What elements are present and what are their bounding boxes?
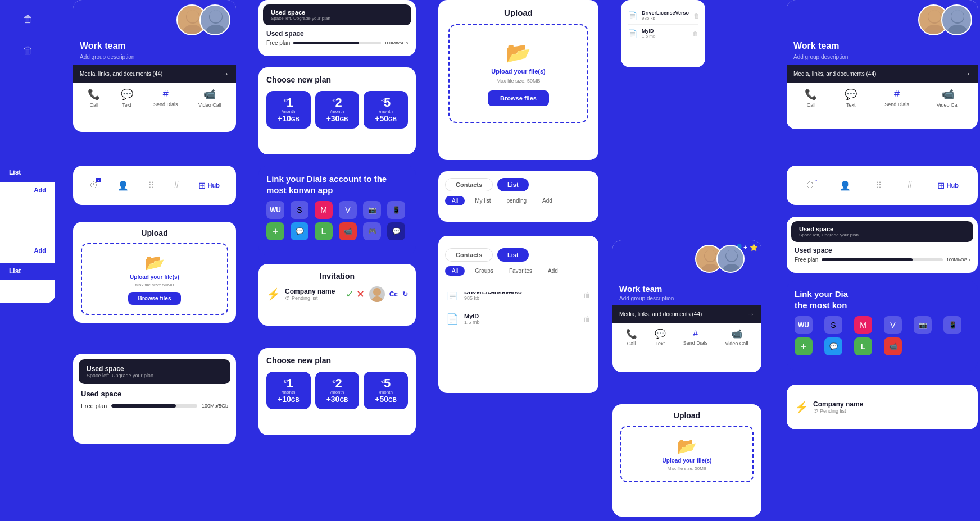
list-add-btn-2[interactable]: Add (34, 247, 46, 254)
action-vid-fr[interactable]: 📹 Video Call (937, 88, 960, 108)
nav-hub-fr[interactable]: ⊞ Hub (937, 180, 959, 191)
nav-apps[interactable]: ⠿ (148, 180, 155, 191)
x-icon[interactable]: ✕ (356, 288, 365, 300)
upload-dropzone-brc[interactable]: 📂 Upload your file(s) Max file size: 50M… (620, 426, 754, 482)
nav-history[interactable]: ⏱ • (89, 180, 98, 190)
app-s-fr[interactable]: S (824, 316, 842, 334)
small-file-size-1: 985 kb (642, 16, 689, 21)
work-team-card-topleft: Work team Add group description Media, l… (73, 0, 236, 132)
app-wu-fr[interactable]: WU (795, 316, 813, 334)
pending-status: ⏱ Pending list (285, 295, 341, 301)
nav-person[interactable]: 👤 (117, 180, 129, 191)
nav-hub[interactable]: ⊞ Hub (198, 180, 220, 191)
nav-apps-fr[interactable]: ⠿ (875, 180, 882, 191)
star-icon[interactable]: ⭐ (750, 244, 758, 252)
app-v[interactable]: V (339, 201, 357, 219)
used-space-header-left: Used space Space left, Upgrade your plan (79, 359, 230, 384)
nav-hash[interactable]: # (174, 180, 179, 190)
app-plus-fr[interactable]: + (795, 337, 813, 355)
action-text[interactable]: 💬 Text (121, 88, 133, 108)
list-nav-add-btn[interactable]: Add (34, 186, 46, 193)
plan-opt-2[interactable]: € 2 /month +30GB (315, 91, 360, 129)
app-wu[interactable]: WU (266, 201, 284, 219)
app-extra[interactable]: 💬 (387, 222, 405, 240)
nav-history-fr[interactable]: ⏱ • (806, 180, 815, 190)
plan-cb-price-2: € 2 (332, 377, 342, 390)
filter-all-2[interactable]: All (445, 266, 465, 276)
plan-cb-3[interactable]: € 5 /month +50GB (364, 372, 408, 409)
upload-dropzone-left[interactable]: 📂 Upload your file(s) Max file size: 50M… (81, 243, 228, 315)
text-label-fr: Text (846, 102, 856, 108)
action-text-cr[interactable]: 💬 Text (655, 328, 666, 346)
app-m-fr[interactable]: M (854, 316, 872, 334)
wt-header-cr: 👤+ ⭐ Work team Add group description (612, 240, 761, 305)
plan-opt-3[interactable]: € 5 /month +50GB (364, 91, 408, 129)
filter-groups-2[interactable]: Groups (469, 266, 499, 276)
nav-hash-fr[interactable]: # (907, 180, 912, 190)
app-msg-fr[interactable]: 💬 (824, 337, 842, 355)
filter-add-2[interactable]: Add (542, 266, 564, 276)
filter-all-1[interactable]: All (445, 196, 465, 205)
wt-title-text-cr: Work team (619, 284, 662, 294)
share-icon[interactable]: ↻ (402, 290, 408, 298)
media-bar-fr[interactable]: Media, links, and documents (44) → (787, 65, 978, 83)
list-tab-1[interactable]: List (497, 178, 529, 191)
small-file-del-1[interactable]: 🗑 (693, 12, 700, 19)
plan-cb-2[interactable]: € 2 /month +30GB (315, 372, 360, 409)
app-m[interactable]: M (315, 201, 333, 219)
app-phone[interactable]: 📱 (387, 201, 405, 219)
action-send-dials-cr[interactable]: # Send Dials (683, 328, 708, 346)
action-call-cr[interactable]: 📞 Call (626, 328, 637, 346)
contacts-tab-2[interactable]: Contacts (445, 248, 493, 262)
nav-person-fr[interactable]: 👤 (840, 180, 851, 191)
app-vid-fr[interactable]: 📹 (884, 337, 902, 355)
file-del-3[interactable]: 🗑 (583, 314, 591, 323)
app-s[interactable]: S (291, 201, 308, 219)
action-text-fr[interactable]: 💬 Text (845, 88, 857, 108)
filter-add-1[interactable]: Add (537, 196, 558, 205)
plan-price-1: € 1 (284, 97, 293, 109)
plan-opt-1[interactable]: € 1 /month +10GB (266, 91, 311, 129)
media-bar-cr[interactable]: Media, links, and documents (44) → (612, 305, 761, 323)
used-space-center-body: Used space Free plan 100Mb/5Gb (258, 25, 416, 51)
action-video-cr[interactable]: 📹 Video Call (725, 328, 748, 346)
plan-period-3: /month (379, 109, 392, 114)
small-file-del-2[interactable]: 🗑 (692, 30, 698, 37)
app-l-fr[interactable]: L (854, 337, 872, 355)
browse-files-btn-cc[interactable]: Browse files (488, 90, 549, 106)
check-icon[interactable]: ✓ (346, 288, 354, 300)
used-space-center-title: Used space (266, 30, 408, 38)
filter-pending-1[interactable]: pending (501, 196, 532, 205)
list-nav-add-row: Add (0, 182, 55, 198)
list-nav-active-2[interactable]: List (0, 263, 55, 280)
upload-dropzone-cc[interactable]: 📂 Upload your file(s) Max file size: 50M… (448, 24, 588, 123)
action-sd-fr[interactable]: # Send Dials (884, 88, 909, 108)
browse-files-btn-left[interactable]: Browse files (128, 292, 182, 305)
app-game[interactable]: 🎮 (363, 222, 381, 240)
action-send-dials[interactable]: # Send Dials (153, 88, 178, 108)
plan-cb-gb-unit-2: GB (339, 397, 348, 403)
app-vid[interactable]: 📹 (339, 222, 357, 240)
app-cam[interactable]: 📷 (363, 201, 381, 219)
contacts-tab-1[interactable]: Contacts (445, 178, 493, 191)
video-label-cr: Video Call (725, 341, 748, 346)
small-file-row-2: 📄 MyID 1.5 mb 🗑 (628, 25, 698, 42)
action-video[interactable]: 📹 Video Call (198, 88, 221, 108)
list-nav-active[interactable]: List (0, 163, 55, 182)
plan-cb-1[interactable]: € 1 /month +10GB (266, 372, 311, 409)
media-bar-arrow: → (221, 69, 229, 78)
filter-favorites-2[interactable]: Favorites (503, 266, 538, 276)
app-msg[interactable]: 💬 (291, 222, 308, 240)
filter-mylist-1[interactable]: My list (469, 196, 496, 205)
list-tab-2[interactable]: List (497, 248, 529, 262)
app-plus[interactable]: + (266, 222, 284, 240)
media-bar[interactable]: Media, links, and documents (44) → (73, 65, 236, 83)
app-phone-fr[interactable]: 📱 (943, 316, 961, 334)
action-call-fr[interactable]: 📞 Call (805, 88, 817, 108)
sidebar-icon-2[interactable]: 🗑 (18, 40, 38, 61)
sidebar-icon-1[interactable]: 🗑 (18, 9, 38, 29)
action-call[interactable]: 📞 Call (88, 88, 100, 108)
app-l[interactable]: L (315, 222, 333, 240)
app-cam-fr[interactable]: 📷 (914, 316, 932, 334)
app-v-fr[interactable]: V (884, 316, 902, 334)
